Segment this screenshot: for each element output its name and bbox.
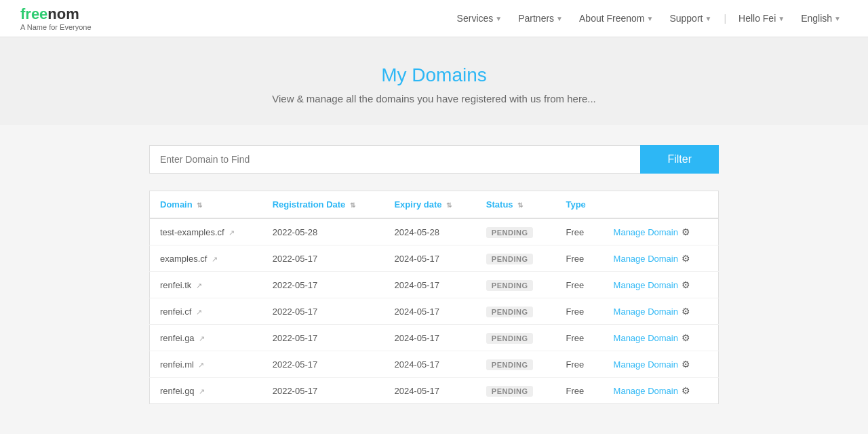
nav-about[interactable]: About Freenom ▼: [572, 7, 660, 29]
status-badge: PENDING: [486, 227, 534, 238]
sort-icon: ⇅: [517, 201, 523, 209]
manage-domain-button[interactable]: Manage Domain ⚙: [614, 385, 690, 396]
cell-reg-date: 2022-05-17: [262, 378, 384, 404]
cell-domain: renfei.ml ↗: [150, 351, 262, 378]
nav-partners[interactable]: Partners ▼: [511, 7, 570, 29]
external-link-icon[interactable]: ↗: [199, 334, 205, 342]
cell-domain: renfei.tk ↗: [150, 272, 262, 298]
cell-action: Manage Domain ⚙: [604, 351, 719, 378]
chevron-down-icon: ▼: [778, 15, 785, 22]
cell-expiry-date: 2024-05-17: [384, 378, 475, 404]
cell-reg-date: 2022-05-17: [262, 245, 384, 272]
cell-type: Free: [555, 378, 603, 404]
cell-domain: examples.cf ↗: [150, 245, 262, 272]
cell-expiry-date: 2024-05-17: [384, 325, 475, 351]
manage-label: Manage Domain: [614, 254, 678, 264]
table-header: Domain ⇅ Registration Date ⇅ Expiry date…: [150, 191, 719, 219]
domain-name: examples.cf: [160, 254, 207, 264]
cell-action: Manage Domain ⚙: [604, 218, 719, 245]
cell-action: Manage Domain ⚙: [604, 325, 719, 351]
col-expiry-date[interactable]: Expiry date ⇅: [384, 191, 475, 219]
filter-button[interactable]: Filter: [640, 145, 719, 174]
cell-domain: renfei.ga ↗: [150, 325, 262, 351]
nav-separator: |: [724, 13, 726, 24]
manage-domain-button[interactable]: Manage Domain ⚙: [614, 359, 690, 370]
manage-label: Manage Domain: [614, 359, 678, 370]
manage-label: Manage Domain: [614, 280, 678, 290]
table-row: renfei.gq ↗ 2022-05-17 2024-05-17 PENDIN…: [150, 378, 719, 404]
nav-language[interactable]: English ▼: [794, 7, 848, 29]
cell-reg-date: 2022-05-17: [262, 298, 384, 325]
logo[interactable]: freenom A Name for Everyone: [20, 5, 92, 31]
cell-expiry-date: 2024-05-17: [384, 298, 475, 325]
cell-domain: renfei.cf ↗: [150, 298, 262, 325]
manage-domain-button[interactable]: Manage Domain ⚙: [614, 306, 690, 317]
nav-support[interactable]: Support ▼: [663, 7, 718, 29]
gear-icon: ⚙: [682, 279, 690, 290]
cell-action: Manage Domain ⚙: [604, 272, 719, 298]
chevron-down-icon: ▼: [834, 15, 841, 22]
manage-domain-button[interactable]: Manage Domain ⚙: [614, 226, 690, 237]
cell-domain: renfei.gq ↗: [150, 378, 262, 404]
external-link-icon[interactable]: ↗: [196, 308, 202, 316]
status-badge: PENDING: [486, 280, 534, 291]
logo-text: freenom: [20, 5, 92, 23]
manage-domain-button[interactable]: Manage Domain ⚙: [614, 279, 690, 290]
page-subtitle: View & manage all the domains you have r…: [14, 93, 854, 104]
cell-expiry-date: 2024-05-17: [384, 245, 475, 272]
header: freenom A Name for Everyone Services ▼ P…: [0, 0, 868, 37]
chevron-down-icon: ▼: [705, 15, 711, 22]
cell-type: Free: [555, 298, 603, 325]
col-domain[interactable]: Domain ⇅: [150, 191, 262, 219]
search-input[interactable]: [149, 145, 640, 174]
gear-icon: ⚙: [682, 359, 690, 370]
status-badge: PENDING: [486, 386, 534, 397]
chevron-down-icon: ▼: [647, 15, 654, 22]
search-bar: Filter: [149, 145, 719, 174]
table-row: test-examples.cf ↗ 2022-05-28 2024-05-28…: [150, 218, 719, 245]
nav-services[interactable]: Services ▼: [450, 7, 509, 29]
status-badge: PENDING: [486, 254, 534, 264]
domain-name: renfei.ml: [160, 359, 194, 370]
status-badge: PENDING: [486, 307, 534, 317]
col-reg-date[interactable]: Registration Date ⇅: [262, 191, 384, 219]
cell-type: Free: [555, 351, 603, 378]
manage-label: Manage Domain: [614, 386, 678, 396]
col-status[interactable]: Status ⇅: [476, 191, 556, 219]
page-title: My Domains: [14, 64, 854, 86]
chevron-down-icon: ▼: [495, 15, 502, 22]
cell-type: Free: [555, 218, 603, 245]
external-link-icon[interactable]: ↗: [229, 229, 235, 237]
cell-type: Free: [555, 272, 603, 298]
cell-action: Manage Domain ⚙: [604, 245, 719, 272]
main-content: Filter Domain ⇅ Registration Date ⇅ Expi…: [136, 125, 732, 434]
external-link-icon[interactable]: ↗: [196, 281, 202, 290]
gear-icon: ⚙: [682, 253, 690, 264]
external-link-icon[interactable]: ↗: [198, 361, 204, 369]
nav-user[interactable]: Hello Fei ▼: [732, 7, 791, 29]
cell-expiry-date: 2024-05-17: [384, 351, 475, 378]
cell-reg-date: 2022-05-28: [262, 218, 384, 245]
hero-section: My Domains View & manage all the domains…: [0, 37, 868, 125]
cell-reg-date: 2022-05-17: [262, 325, 384, 351]
manage-domain-button[interactable]: Manage Domain ⚙: [614, 332, 690, 343]
manage-domain-button[interactable]: Manage Domain ⚙: [614, 253, 690, 264]
sort-icon: ⇅: [197, 201, 202, 209]
status-badge: PENDING: [486, 359, 534, 370]
logo-tagline: A Name for Everyone: [20, 23, 92, 31]
cell-expiry-date: 2024-05-28: [384, 218, 475, 245]
cell-domain: test-examples.cf ↗: [150, 218, 262, 245]
gear-icon: ⚙: [682, 226, 690, 237]
cell-status: PENDING: [476, 378, 556, 404]
domain-name: test-examples.cf: [160, 227, 224, 237]
cell-action: Manage Domain ⚙: [604, 378, 719, 404]
cell-status: PENDING: [476, 272, 556, 298]
external-link-icon[interactable]: ↗: [212, 255, 218, 263]
cell-reg-date: 2022-05-17: [262, 351, 384, 378]
external-link-icon[interactable]: ↗: [199, 387, 205, 395]
chevron-down-icon: ▼: [556, 15, 563, 22]
cell-status: PENDING: [476, 245, 556, 272]
cell-status: PENDING: [476, 298, 556, 325]
manage-label: Manage Domain: [614, 307, 678, 317]
main-nav: Services ▼ Partners ▼ About Freenom ▼ Su…: [450, 7, 848, 29]
